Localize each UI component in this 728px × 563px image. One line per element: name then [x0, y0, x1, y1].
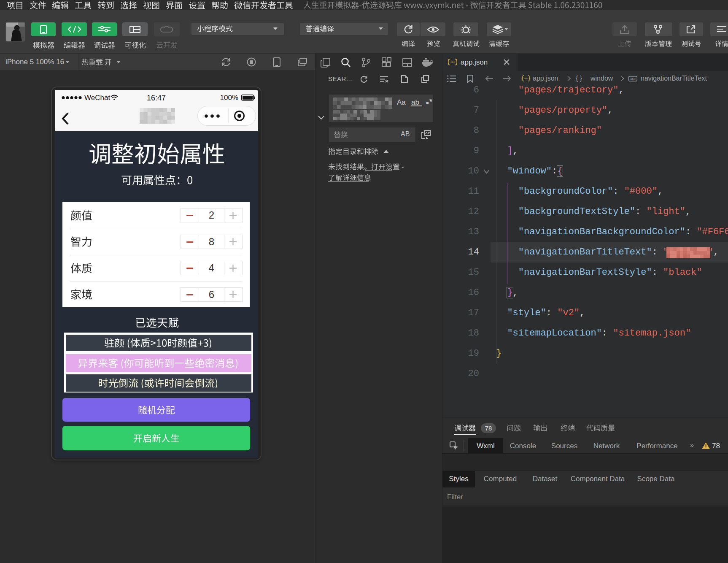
- svg-text:abc: abc: [630, 77, 636, 81]
